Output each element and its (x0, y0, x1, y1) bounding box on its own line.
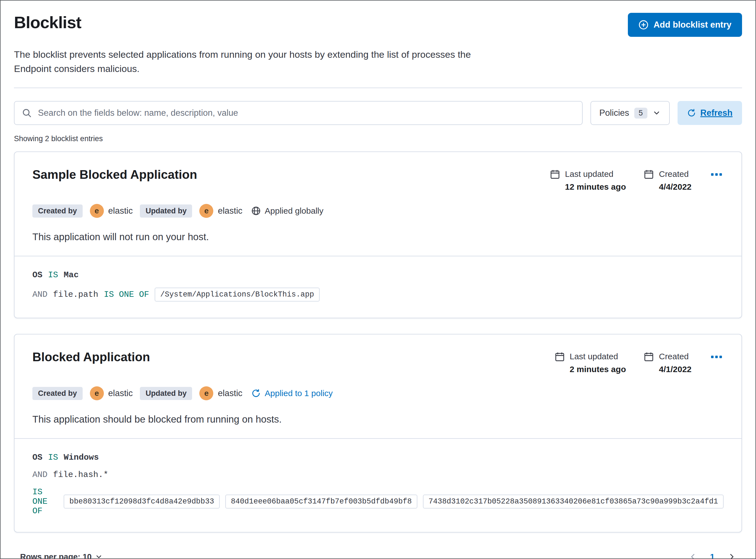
search-icon (22, 108, 32, 118)
created-value: 4/1/2022 (659, 364, 692, 374)
applied-globally-indicator: Applied globally (251, 206, 323, 216)
entry-meta: Last updated 2 minutes ago Created 4/1/2… (555, 350, 724, 374)
page-title: Blocklist (14, 13, 81, 32)
updated-by-user: e elastic (199, 204, 242, 218)
criteria-value: Windows (64, 453, 99, 462)
chevron-down-icon (652, 109, 661, 117)
criteria-operator: IS ONE OF (33, 487, 58, 516)
updated-by-badge: Updated by (140, 387, 192, 400)
criteria-line: AND file.path IS ONE OF /System/Applicat… (33, 288, 723, 301)
previous-page-button[interactable] (687, 551, 699, 559)
entry-actions-menu-button[interactable] (709, 169, 723, 177)
add-blocklist-entry-label: Add blocklist entry (653, 20, 731, 30)
criteria-line: IS ONE OF bbe80313cf12098d3fc4d8a42e9dbb… (33, 487, 723, 516)
criteria-value-chip: 7438d3102c317b05228a350891363340206e81cf… (423, 495, 723, 509)
last-updated-meta: Last updated 2 minutes ago (555, 352, 626, 374)
policy-icon (251, 388, 261, 398)
rows-per-page-label: Rows per page: 10 (20, 552, 91, 559)
entry-title: Blocked Application (33, 350, 150, 364)
entry-attribution-row: Created by e elastic Updated by e elasti… (33, 204, 723, 218)
toolbar: Policies 5 Refresh (14, 101, 742, 125)
entry-criteria: OS IS Windows AND file.hash.* IS ONE OF … (15, 438, 741, 532)
page-description: The blocklist prevents selected applicat… (14, 47, 489, 76)
updated-by-user: e elastic (199, 386, 242, 400)
criteria-value: Mac (64, 270, 79, 280)
entry-description: This application will not run on your ho… (33, 231, 723, 242)
refresh-icon (687, 109, 696, 117)
last-updated-value: 2 minutes ago (570, 364, 626, 374)
criteria-operator: IS (48, 453, 58, 462)
refresh-label: Refresh (700, 108, 733, 118)
applied-text: Applied to 1 policy (265, 388, 333, 398)
updated-by-badge: Updated by (140, 204, 192, 218)
criteria-field: file.hash.* (53, 470, 108, 479)
created-by-user: e elastic (90, 386, 133, 400)
criteria-field: file.path (53, 290, 98, 299)
created-label: Created (659, 352, 692, 361)
calendar-icon (550, 169, 560, 192)
entries-count-text: Showing 2 blocklist entries (14, 134, 742, 143)
criteria-line: AND file.hash.* (33, 470, 723, 479)
avatar: e (90, 386, 104, 400)
criteria-line: OS IS Windows (33, 453, 723, 462)
entry-criteria: OS IS Mac AND file.path IS ONE OF /Syste… (15, 256, 741, 318)
blocklist-page: Blocklist Add blocklist entry The blockl… (0, 0, 756, 559)
table-footer: Rows per page: 10 1 (18, 551, 738, 559)
policies-label: Policies (599, 108, 629, 118)
criteria-operator: IS (48, 270, 58, 280)
search-box (14, 101, 583, 125)
last-updated-label: Last updated (565, 169, 626, 179)
created-by-badge: Created by (33, 387, 83, 400)
entry-attribution-row: Created by e elastic Updated by e elasti… (33, 386, 723, 400)
applied-text: Applied globally (265, 206, 323, 216)
last-updated-label: Last updated (570, 352, 626, 361)
next-page-button[interactable] (726, 551, 738, 559)
calendar-icon (555, 352, 565, 374)
created-meta: Created 4/1/2022 (644, 352, 692, 374)
created-meta: Created 4/4/2022 (644, 169, 692, 192)
page-number-button[interactable]: 1 (708, 552, 716, 559)
entry-header: Blocked Application Last updated 2 minut… (15, 334, 741, 438)
page-header: Blocklist Add blocklist entry (14, 13, 742, 37)
created-value: 4/4/2022 (659, 182, 692, 192)
chevron-down-icon (95, 553, 103, 559)
last-updated-meta: Last updated 12 minutes ago (550, 169, 626, 192)
created-by-badge: Created by (33, 204, 83, 218)
applied-to-policy-link[interactable]: Applied to 1 policy (251, 388, 333, 398)
policies-count-badge: 5 (634, 108, 647, 118)
avatar: e (90, 204, 104, 218)
criteria-field: OS (33, 270, 42, 280)
entry-actions-menu-button[interactable] (709, 352, 723, 360)
rows-per-page-button[interactable]: Rows per page: 10 (18, 552, 104, 559)
avatar: e (199, 204, 213, 218)
criteria-value-chip: bbe80313cf12098d3fc4d8a42e9dbb33 (64, 495, 219, 509)
criteria-value-chip: 840d1eee06baa05cf3147fb7ef003b5dfdb49bf8 (225, 495, 417, 509)
calendar-icon (644, 352, 654, 374)
criteria-conjunction: AND (33, 290, 47, 299)
last-updated-value: 12 minutes ago (565, 182, 626, 192)
add-blocklist-entry-button[interactable]: Add blocklist entry (628, 13, 742, 37)
entry-meta: Last updated 12 minutes ago Created 4/4/… (550, 167, 723, 192)
criteria-field: OS (33, 453, 42, 462)
blocklist-entry-card: Blocked Application Last updated 2 minut… (14, 334, 742, 533)
search-input[interactable] (37, 108, 575, 118)
pagination: 1 (687, 551, 738, 559)
refresh-button[interactable]: Refresh (677, 101, 742, 125)
entry-header: Sample Blocked Application Last updated … (15, 152, 741, 256)
entry-title: Sample Blocked Application (33, 167, 197, 182)
avatar: e (199, 386, 213, 400)
blocklist-entry-card: Sample Blocked Application Last updated … (14, 152, 742, 318)
created-by-user: e elastic (90, 204, 133, 218)
criteria-line: OS IS Mac (33, 270, 723, 280)
criteria-operator: IS ONE OF (104, 290, 149, 299)
entry-description: This application should be blocked from … (33, 414, 723, 425)
created-label: Created (659, 169, 692, 179)
plus-circle-icon (639, 20, 649, 30)
policies-filter-button[interactable]: Policies 5 (590, 101, 670, 125)
header-divider (14, 88, 742, 88)
criteria-conjunction: AND (33, 470, 47, 479)
criteria-value-chip: /System/Applications/BlockThis.app (155, 288, 320, 301)
globe-icon (251, 206, 261, 216)
calendar-icon (644, 169, 654, 192)
